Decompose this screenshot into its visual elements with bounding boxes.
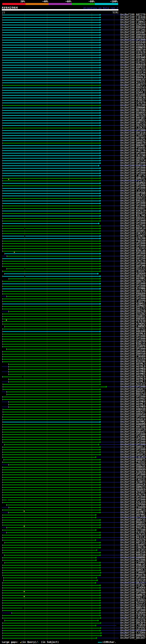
- hit-arrowhead[interactable]: [100, 594, 101, 596]
- hit-bar[interactable]: [3, 384, 100, 385]
- hit-arrowhead[interactable]: [98, 444, 100, 446]
- hit-arrowhead[interactable]: [100, 192, 101, 194]
- hit-arrowhead[interactable]: [100, 627, 102, 629]
- hit-arrowhead[interactable]: [101, 635, 102, 636]
- hit-arrowhead[interactable]: [100, 388, 101, 390]
- hit-arrowhead[interactable]: [100, 494, 101, 496]
- hit-bar[interactable]: [3, 30, 100, 30]
- hit-arrowhead[interactable]: [100, 489, 101, 491]
- hit-arrowhead[interactable]: [100, 348, 101, 350]
- hit-arrowhead[interactable]: [100, 451, 101, 453]
- hit-bar[interactable]: [3, 32, 100, 33]
- hit-bar[interactable]: [3, 158, 100, 158]
- hit-arrowhead[interactable]: [100, 69, 101, 71]
- hit-bar[interactable]: [3, 520, 100, 520]
- hit-bar[interactable]: [3, 241, 100, 242]
- hit-bar[interactable]: [3, 248, 100, 249]
- hit-arrowhead[interactable]: [100, 436, 101, 438]
- hit-bar[interactable]: [3, 176, 100, 176]
- hit-arrowhead[interactable]: [100, 288, 101, 290]
- hit-bar[interactable]: [3, 309, 100, 309]
- hit-arrowhead[interactable]: [100, 506, 101, 508]
- hit-bar[interactable]: [9, 372, 100, 372]
- hit-bar[interactable]: [3, 628, 100, 628]
- hit-arrowhead[interactable]: [100, 524, 101, 526]
- hit-arrowhead[interactable]: [100, 408, 101, 410]
- hit-bar[interactable]: [3, 329, 100, 330]
- hit-bar[interactable]: [3, 306, 100, 307]
- hit-arrowhead[interactable]: [100, 416, 101, 418]
- hit-arrowhead[interactable]: [100, 418, 101, 420]
- hit-bar[interactable]: [3, 180, 100, 181]
- hit-arrowhead[interactable]: [95, 582, 97, 584]
- hit-bar[interactable]: [3, 396, 100, 397]
- hit-bar[interactable]: [3, 600, 100, 601]
- hit-bar[interactable]: [9, 404, 100, 405]
- hit-bar[interactable]: [3, 291, 100, 292]
- hit-arrowhead[interactable]: [100, 130, 101, 131]
- hit-bar[interactable]: [3, 115, 100, 116]
- hit-bar[interactable]: [5, 326, 100, 327]
- hit-arrowhead[interactable]: [100, 316, 101, 317]
- hit-arrowhead[interactable]: [106, 386, 108, 388]
- hit-arrowhead[interactable]: [100, 177, 101, 179]
- hit-arrowhead[interactable]: [100, 52, 101, 54]
- hit-bar[interactable]: [3, 258, 100, 259]
- hit-bar[interactable]: [3, 570, 100, 571]
- hit-bar[interactable]: [3, 153, 100, 154]
- hit-arrowhead[interactable]: [100, 537, 101, 538]
- hit-arrowhead[interactable]: [100, 268, 101, 270]
- hit-arrowhead[interactable]: [100, 441, 101, 443]
- hit-bar[interactable]: [3, 565, 100, 566]
- hit-bar[interactable]: [3, 128, 100, 128]
- hit-arrowhead[interactable]: [100, 547, 101, 548]
- hit-bar[interactable]: [3, 590, 100, 591]
- hit-arrowhead[interactable]: [100, 479, 101, 481]
- hit-bar[interactable]: [3, 78, 100, 78]
- hit-bar[interactable]: [3, 47, 100, 48]
- hit-bar[interactable]: [3, 286, 100, 287]
- hit-bar[interactable]: [3, 517, 95, 518]
- hit-arrowhead[interactable]: [100, 280, 101, 282]
- hit-bar[interactable]: [5, 562, 100, 563]
- hit-bar[interactable]: [3, 14, 100, 15]
- hit-arrowhead[interactable]: [100, 29, 101, 31]
- hit-bar[interactable]: [9, 507, 100, 508]
- hit-arrowhead[interactable]: [100, 544, 101, 546]
- hit-arrowhead[interactable]: [100, 610, 101, 611]
- hit-arrowhead[interactable]: [100, 124, 101, 126]
- hit-arrowhead[interactable]: [100, 600, 101, 601]
- hit-bar[interactable]: [3, 105, 100, 106]
- hit-bar[interactable]: [3, 45, 100, 46]
- hit-arrowhead[interactable]: [100, 449, 101, 450]
- hit-arrowhead[interactable]: [97, 579, 98, 581]
- hit-bar[interactable]: [3, 615, 100, 616]
- hit-arrowhead[interactable]: [100, 431, 101, 433]
- hit-bar[interactable]: [3, 294, 100, 294]
- hit-bar[interactable]: [3, 113, 100, 113]
- hit-bar[interactable]: [3, 90, 100, 91]
- hit-arrowhead[interactable]: [100, 140, 101, 142]
- hit-arrowhead[interactable]: [100, 512, 101, 513]
- hit-bar[interactable]: [3, 419, 100, 420]
- hit-bar[interactable]: [3, 316, 100, 317]
- hit-arrowhead[interactable]: [100, 238, 101, 240]
- hit-bar[interactable]: [7, 505, 100, 505]
- hit-bar[interactable]: [3, 550, 96, 550]
- hit-bar[interactable]: [3, 221, 100, 221]
- hit-bar[interactable]: [3, 452, 100, 452]
- hit-bar[interactable]: [3, 92, 100, 93]
- hit-arrowhead[interactable]: [100, 167, 101, 169]
- hit-arrowhead[interactable]: [100, 438, 101, 440]
- hit-arrowhead[interactable]: [100, 469, 101, 470]
- hit-arrowhead[interactable]: [100, 59, 101, 61]
- hit-bar[interactable]: [3, 266, 100, 266]
- hit-arrowhead[interactable]: [100, 459, 101, 460]
- hit-arrowhead[interactable]: [100, 604, 101, 606]
- hit-arrowhead[interactable]: [100, 363, 101, 365]
- hit-bar[interactable]: [3, 467, 100, 468]
- hit-arrowhead[interactable]: [100, 57, 101, 58]
- hit-arrowhead[interactable]: [100, 275, 101, 277]
- hit-bar[interactable]: [3, 35, 100, 36]
- hit-arrowhead[interactable]: [100, 225, 101, 227]
